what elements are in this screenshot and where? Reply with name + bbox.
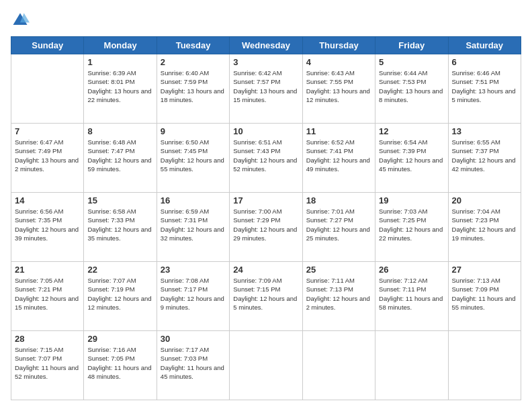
day-info: Sunrise: 6:58 AMSunset: 7:33 PMDaylight:… [87, 207, 152, 242]
week-row-5: 28Sunrise: 7:15 AMSunset: 7:07 PMDayligh… [11, 331, 521, 400]
header [11, 11, 521, 30]
day-info: Sunrise: 6:40 AMSunset: 7:59 PMDaylight:… [161, 68, 226, 104]
day-number: 9 [161, 126, 226, 136]
weekday-header-saturday: Saturday [448, 37, 521, 54]
weekday-header-friday: Friday [375, 37, 448, 54]
calendar-cell [11, 54, 84, 124]
day-number: 10 [233, 126, 298, 136]
day-info: Sunrise: 7:03 AMSunset: 7:25 PMDaylight:… [379, 207, 444, 242]
calendar-cell: 4Sunrise: 6:43 AMSunset: 7:55 PMDaylight… [302, 54, 375, 124]
calendar-cell: 14Sunrise: 6:56 AMSunset: 7:35 PMDayligh… [11, 193, 84, 262]
weekday-header-thursday: Thursday [302, 37, 375, 54]
calendar-cell: 6Sunrise: 6:46 AMSunset: 7:51 PMDaylight… [448, 54, 521, 124]
day-info: Sunrise: 7:00 AMSunset: 7:29 PMDaylight:… [233, 207, 298, 242]
day-number: 4 [306, 57, 371, 67]
day-number: 1 [87, 57, 152, 67]
day-info: Sunrise: 6:47 AMSunset: 7:49 PMDaylight:… [15, 138, 80, 173]
day-number: 20 [452, 195, 517, 205]
calendar-cell: 27Sunrise: 7:13 AMSunset: 7:09 PMDayligh… [448, 262, 521, 331]
weekday-header-sunday: Sunday [11, 37, 84, 54]
day-info: Sunrise: 7:17 AMSunset: 7:03 PMDaylight:… [161, 345, 226, 381]
day-number: 11 [306, 126, 371, 136]
calendar-cell: 3Sunrise: 6:42 AMSunset: 7:57 PMDaylight… [230, 54, 302, 124]
calendar-cell: 21Sunrise: 7:05 AMSunset: 7:21 PMDayligh… [11, 262, 84, 331]
day-number: 28 [15, 334, 80, 344]
calendar-cell: 1Sunrise: 6:39 AMSunset: 8:01 PMDaylight… [84, 54, 157, 124]
calendar-cell: 24Sunrise: 7:09 AMSunset: 7:15 PMDayligh… [230, 262, 302, 331]
day-number: 26 [379, 265, 444, 275]
day-info: Sunrise: 6:55 AMSunset: 7:37 PMDaylight:… [452, 138, 517, 173]
day-info: Sunrise: 7:07 AMSunset: 7:19 PMDaylight:… [87, 276, 152, 312]
calendar-cell: 23Sunrise: 7:08 AMSunset: 7:17 PMDayligh… [157, 262, 229, 331]
week-row-2: 7Sunrise: 6:47 AMSunset: 7:49 PMDaylight… [11, 124, 521, 193]
calendar-cell: 26Sunrise: 7:12 AMSunset: 7:11 PMDayligh… [375, 262, 448, 331]
day-info: Sunrise: 7:13 AMSunset: 7:09 PMDaylight:… [452, 276, 517, 312]
day-number: 12 [379, 126, 444, 136]
day-number: 18 [306, 195, 371, 205]
day-number: 24 [233, 265, 298, 275]
day-number: 8 [87, 126, 152, 136]
calendar-cell [230, 331, 302, 400]
day-info: Sunrise: 7:11 AMSunset: 7:13 PMDaylight:… [306, 276, 371, 312]
day-number: 19 [379, 195, 444, 205]
day-info: Sunrise: 6:43 AMSunset: 7:55 PMDaylight:… [306, 68, 371, 104]
calendar-cell [302, 331, 375, 400]
calendar-cell: 12Sunrise: 6:54 AMSunset: 7:39 PMDayligh… [375, 124, 448, 193]
calendar-cell: 2Sunrise: 6:40 AMSunset: 7:59 PMDaylight… [157, 54, 229, 124]
day-info: Sunrise: 6:39 AMSunset: 8:01 PMDaylight:… [87, 68, 152, 104]
day-info: Sunrise: 7:09 AMSunset: 7:15 PMDaylight:… [233, 276, 298, 312]
day-info: Sunrise: 7:05 AMSunset: 7:21 PMDaylight:… [15, 276, 80, 312]
day-number: 16 [161, 195, 226, 205]
day-number: 25 [306, 265, 371, 275]
day-info: Sunrise: 6:51 AMSunset: 7:43 PMDaylight:… [233, 138, 298, 173]
day-number: 29 [87, 334, 152, 344]
day-info: Sunrise: 6:42 AMSunset: 7:57 PMDaylight:… [233, 68, 298, 104]
day-info: Sunrise: 6:48 AMSunset: 7:47 PMDaylight:… [87, 138, 152, 173]
weekday-header-monday: Monday [84, 37, 157, 54]
day-number: 6 [452, 57, 517, 67]
weekday-header-wednesday: Wednesday [230, 37, 302, 54]
calendar-cell: 10Sunrise: 6:51 AMSunset: 7:43 PMDayligh… [230, 124, 302, 193]
day-number: 5 [379, 57, 444, 67]
calendar-cell [448, 331, 521, 400]
calendar-table: SundayMondayTuesdayWednesdayThursdayFrid… [11, 36, 521, 400]
day-number: 27 [452, 265, 517, 275]
calendar-cell: 17Sunrise: 7:00 AMSunset: 7:29 PMDayligh… [230, 193, 302, 262]
day-info: Sunrise: 6:44 AMSunset: 7:53 PMDaylight:… [379, 68, 444, 104]
calendar-cell: 5Sunrise: 6:44 AMSunset: 7:53 PMDaylight… [375, 54, 448, 124]
day-number: 30 [161, 334, 226, 344]
calendar-cell: 22Sunrise: 7:07 AMSunset: 7:19 PMDayligh… [84, 262, 157, 331]
calendar-cell: 30Sunrise: 7:17 AMSunset: 7:03 PMDayligh… [157, 331, 229, 400]
calendar-cell: 25Sunrise: 7:11 AMSunset: 7:13 PMDayligh… [302, 262, 375, 331]
calendar-cell: 15Sunrise: 6:58 AMSunset: 7:33 PMDayligh… [84, 193, 157, 262]
week-row-1: 1Sunrise: 6:39 AMSunset: 8:01 PMDaylight… [11, 54, 521, 124]
logo [11, 11, 32, 30]
day-info: Sunrise: 7:12 AMSunset: 7:11 PMDaylight:… [379, 276, 444, 312]
day-number: 17 [233, 195, 298, 205]
day-info: Sunrise: 6:56 AMSunset: 7:35 PMDaylight:… [15, 207, 80, 242]
day-info: Sunrise: 7:01 AMSunset: 7:27 PMDaylight:… [306, 207, 371, 242]
calendar-cell: 9Sunrise: 6:50 AMSunset: 7:45 PMDaylight… [157, 124, 229, 193]
day-number: 21 [15, 265, 80, 275]
day-info: Sunrise: 7:16 AMSunset: 7:05 PMDaylight:… [87, 345, 152, 381]
week-row-4: 21Sunrise: 7:05 AMSunset: 7:21 PMDayligh… [11, 262, 521, 331]
calendar-cell: 28Sunrise: 7:15 AMSunset: 7:07 PMDayligh… [11, 331, 84, 400]
day-number: 2 [161, 57, 226, 67]
calendar-cell: 20Sunrise: 7:04 AMSunset: 7:23 PMDayligh… [448, 193, 521, 262]
week-row-3: 14Sunrise: 6:56 AMSunset: 7:35 PMDayligh… [11, 193, 521, 262]
day-info: Sunrise: 7:15 AMSunset: 7:07 PMDaylight:… [15, 345, 80, 381]
day-info: Sunrise: 7:08 AMSunset: 7:17 PMDaylight:… [161, 276, 226, 312]
day-number: 7 [15, 126, 80, 136]
calendar-cell: 18Sunrise: 7:01 AMSunset: 7:27 PMDayligh… [302, 193, 375, 262]
day-info: Sunrise: 6:46 AMSunset: 7:51 PMDaylight:… [452, 68, 517, 104]
calendar-cell: 8Sunrise: 6:48 AMSunset: 7:47 PMDaylight… [84, 124, 157, 193]
day-info: Sunrise: 7:04 AMSunset: 7:23 PMDaylight:… [452, 207, 517, 242]
day-info: Sunrise: 6:59 AMSunset: 7:31 PMDaylight:… [161, 207, 226, 242]
calendar-cell: 7Sunrise: 6:47 AMSunset: 7:49 PMDaylight… [11, 124, 84, 193]
day-info: Sunrise: 6:52 AMSunset: 7:41 PMDaylight:… [306, 138, 371, 173]
weekday-header-row: SundayMondayTuesdayWednesdayThursdayFrid… [11, 37, 521, 54]
day-number: 14 [15, 195, 80, 205]
day-info: Sunrise: 6:50 AMSunset: 7:45 PMDaylight:… [161, 138, 226, 173]
day-number: 3 [233, 57, 298, 67]
day-number: 15 [87, 195, 152, 205]
